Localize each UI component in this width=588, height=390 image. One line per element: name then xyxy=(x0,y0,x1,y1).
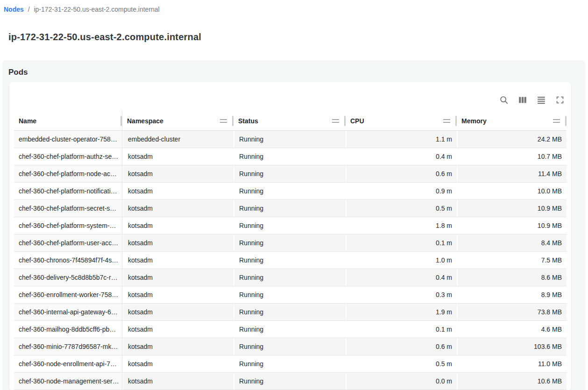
breadcrumb-current: ip-172-31-22-50.us-east-2.compute.intern… xyxy=(34,6,159,13)
cell-status: Running xyxy=(234,200,346,217)
cell-name: chef-360-chef-platform-authz-se… xyxy=(14,148,122,165)
pods-card: Pods xyxy=(2,60,585,390)
cell-status: Running xyxy=(234,234,346,251)
breadcrumb-nodes-link[interactable]: Nodes xyxy=(4,6,24,13)
cell-status: Running xyxy=(234,148,346,165)
columns-icon xyxy=(517,95,528,105)
cell-status: Running xyxy=(234,373,346,390)
cell-namespace: kotsadm xyxy=(122,148,234,165)
cell-name: chef-360-enrollment-worker-758… xyxy=(14,286,122,303)
cell-name: chef-360-chef-platform-user-acc… xyxy=(14,234,122,251)
search-button[interactable] xyxy=(498,94,510,106)
table-row[interactable]: chef-360-enrollment-worker-758… kotsadm … xyxy=(14,286,567,304)
column-header-cpu[interactable]: CPU xyxy=(346,111,457,130)
column-drag-icon[interactable] xyxy=(553,119,560,123)
cell-status: Running xyxy=(234,269,346,286)
cell-cpu: 0.6 m xyxy=(346,338,457,355)
cell-namespace: kotsadm xyxy=(122,269,234,286)
cell-name: chef-360-delivery-5c8d8b5b7c-r… xyxy=(14,269,122,286)
table-row[interactable]: chef-360-mailhog-8ddb5cff6-pb… kotsadm R… xyxy=(14,321,567,338)
cell-cpu: 1.9 m xyxy=(346,304,457,320)
cell-memory: 11.0 MB xyxy=(457,355,567,372)
table-row[interactable]: chef-360-node-enrollment-api-7… kotsadm … xyxy=(14,355,567,373)
cell-status: Running xyxy=(234,217,346,234)
cell-name: chef-360-chef-platform-system-… xyxy=(14,217,122,234)
cell-cpu: 0.6 m xyxy=(346,165,457,182)
cell-namespace: kotsadm xyxy=(122,165,234,182)
cell-namespace: kotsadm xyxy=(122,252,234,269)
column-drag-icon[interactable] xyxy=(443,119,450,123)
cell-memory: 10.6 MB xyxy=(457,373,567,390)
table-row[interactable]: chef-360-chef-platform-user-acc… kotsadm… xyxy=(14,234,567,252)
cell-memory: 10.9 MB xyxy=(457,217,567,234)
cell-name: chef-360-node-management-ser… xyxy=(14,373,122,390)
cell-name: chef-360-internal-api-gateway-6… xyxy=(14,304,122,320)
page-title: ip-172-31-22-50.us-east-2.compute.intern… xyxy=(8,32,201,43)
table-row[interactable]: chef-360-chef-platform-authz-se… kotsadm… xyxy=(14,148,567,165)
table-header-row: Name Namespace Status CPU xyxy=(14,111,567,131)
cell-cpu: 0.4 m xyxy=(346,148,457,165)
column-header-status[interactable]: Status xyxy=(234,111,346,130)
cell-name: chef-360-chef-platform-notificati… xyxy=(14,183,122,199)
column-drag-icon[interactable] xyxy=(220,119,227,123)
cell-namespace: kotsadm xyxy=(122,321,234,338)
breadcrumb: Nodes / ip-172-31-22-50.us-east-2.comput… xyxy=(4,6,160,13)
cell-cpu: 0.1 m xyxy=(346,234,457,251)
table-row[interactable]: chef-360-chef-platform-notificati… kotsa… xyxy=(14,183,567,200)
column-header-label: Name xyxy=(19,117,36,125)
table-row[interactable]: chef-360-delivery-5c8d8b5b7c-r… kotsadm … xyxy=(14,269,567,286)
table-row[interactable]: chef-360-node-management-ser… kotsadm Ru… xyxy=(14,373,567,390)
cell-status: Running xyxy=(234,252,346,269)
column-header-namespace[interactable]: Namespace xyxy=(122,111,234,130)
cell-status: Running xyxy=(234,355,346,372)
cell-namespace: kotsadm xyxy=(122,217,234,234)
table-row[interactable]: chef-360-chef-platform-system-… kotsadm … xyxy=(14,217,567,234)
column-header-label: Memory xyxy=(461,117,487,125)
columns-button[interactable] xyxy=(517,94,528,106)
table-row[interactable]: embedded-cluster-operator-758… embedded-… xyxy=(14,131,567,148)
column-drag-icon[interactable] xyxy=(332,119,339,123)
cell-cpu: 0.3 m xyxy=(346,286,457,303)
cell-name: chef-360-minio-7787d96587-mk… xyxy=(14,338,122,355)
cell-namespace: kotsadm xyxy=(122,200,234,217)
table-row[interactable]: chef-360-chef-platform-secret-s… kotsadm… xyxy=(14,200,567,217)
cell-memory: 103.6 MB xyxy=(457,338,567,355)
cell-memory: 8.6 MB xyxy=(457,269,567,286)
cell-name: chef-360-chronos-7f45894f7f-4s… xyxy=(14,252,122,269)
density-icon xyxy=(536,95,546,105)
cell-cpu: 1.0 m xyxy=(346,252,457,269)
cell-cpu: 1.8 m xyxy=(346,217,457,234)
cell-memory: 4.6 MB xyxy=(457,321,567,338)
pods-table-panel: Name Namespace Status CPU xyxy=(9,82,571,390)
column-header-name[interactable]: Name xyxy=(14,111,122,130)
table-row[interactable]: chef-360-chronos-7f45894f7f-4s… kotsadm … xyxy=(14,252,567,269)
cell-namespace: kotsadm xyxy=(122,338,234,355)
cell-memory: 11.4 MB xyxy=(457,165,567,182)
cell-memory: 24.2 MB xyxy=(457,131,567,148)
breadcrumb-separator: / xyxy=(28,6,30,13)
pods-section-title: Pods xyxy=(8,68,28,77)
cell-namespace: kotsadm xyxy=(122,355,234,372)
table-row[interactable]: chef-360-chef-platform-node-ac… kotsadm … xyxy=(14,165,567,183)
cell-memory: 10.0 MB xyxy=(457,183,567,199)
fullscreen-button[interactable] xyxy=(554,94,566,106)
cell-namespace: kotsadm xyxy=(122,183,234,199)
cell-status: Running xyxy=(234,321,346,338)
cell-status: Running xyxy=(234,131,346,148)
cell-namespace: kotsadm xyxy=(122,234,234,251)
cell-memory: 7.5 MB xyxy=(457,252,567,269)
table-body: embedded-cluster-operator-758… embedded-… xyxy=(14,131,567,390)
table-row[interactable]: chef-360-minio-7787d96587-mk… kotsadm Ru… xyxy=(14,338,567,355)
table-row[interactable]: chef-360-internal-api-gateway-6… kotsadm… xyxy=(14,304,567,321)
cell-status: Running xyxy=(234,183,346,199)
cell-memory: 73.8 MB xyxy=(457,304,567,320)
column-header-memory[interactable]: Memory xyxy=(457,111,567,130)
cell-cpu: 0.0 m xyxy=(346,373,457,390)
cell-memory: 10.9 MB xyxy=(457,200,567,217)
density-button[interactable] xyxy=(536,94,547,106)
cell-cpu: 0.4 m xyxy=(346,269,457,286)
cell-status: Running xyxy=(234,338,346,355)
column-separator[interactable] xyxy=(565,116,567,126)
column-separator[interactable] xyxy=(120,116,122,126)
fullscreen-icon xyxy=(555,95,565,105)
